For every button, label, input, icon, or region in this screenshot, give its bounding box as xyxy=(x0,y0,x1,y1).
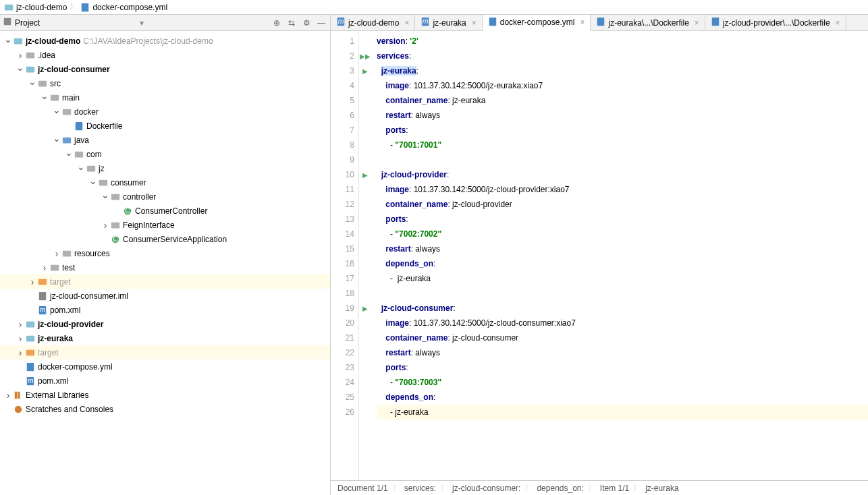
file-icon xyxy=(711,17,720,28)
editor-tab[interactable]: jz-euraka\...\Dockerfile× xyxy=(591,15,705,30)
close-icon[interactable]: × xyxy=(833,18,840,28)
package-icon xyxy=(73,150,85,159)
chevron-right-icon: 〉 xyxy=(70,1,78,13)
status-p4[interactable]: Item 1/1 xyxy=(600,484,629,493)
tree-src[interactable]: src xyxy=(0,76,330,90)
tree-iml[interactable]: jz-cloud-consumer.iml xyxy=(0,289,330,303)
source-folder-icon xyxy=(61,136,73,145)
maven-file-icon: m xyxy=(24,376,36,386)
iml-file-icon xyxy=(36,291,49,301)
svg-text:m: m xyxy=(423,17,429,25)
svg-rect-5 xyxy=(26,66,34,72)
tree-pom-root[interactable]: mpom.xml xyxy=(0,374,330,388)
tree-consumer-pkg[interactable]: consumer xyxy=(0,175,330,190)
tree-main[interactable]: main xyxy=(0,90,330,105)
package-icon xyxy=(97,178,109,187)
tree-euraka[interactable]: jz-euraka xyxy=(0,331,330,345)
svg-rect-40 xyxy=(597,18,605,26)
expand-icon[interactable]: ⇆ xyxy=(286,17,298,29)
dropdown-icon[interactable]: ▾ xyxy=(140,18,144,28)
hide-icon[interactable]: — xyxy=(315,17,327,29)
close-icon[interactable]: × xyxy=(692,18,699,28)
tree-scratches[interactable]: Scratches and Consoles xyxy=(0,402,330,416)
svg-rect-17 xyxy=(111,222,119,228)
status-doc: Document 1/1 xyxy=(337,484,388,493)
tree-idea[interactable]: .idea xyxy=(0,48,330,62)
tree-controller[interactable]: controller xyxy=(0,190,330,204)
svg-rect-10 xyxy=(63,137,71,143)
tree-consumer-controller[interactable]: CConsumerController xyxy=(0,204,330,218)
tree-pom-mod[interactable]: mpom.xml xyxy=(0,303,330,317)
folder-icon xyxy=(24,51,36,60)
gear-icon[interactable]: ⚙ xyxy=(300,17,313,29)
line-gutter: 1234567891011121314151617181920212223242… xyxy=(331,31,359,480)
project-tree[interactable]: jz-cloud-demoC:\JAVA\IdeaProjects\jz-clo… xyxy=(0,31,330,495)
code-editor[interactable]: 1234567891011121314151617181920212223242… xyxy=(331,31,868,480)
breadcrumb: jz-cloud-demo 〉 docker-compose.yml xyxy=(0,0,868,15)
tree-feign[interactable]: FeignInterface xyxy=(0,218,330,232)
tree-target-root[interactable]: target xyxy=(0,345,330,359)
class-icon: C xyxy=(121,206,134,216)
package-icon xyxy=(109,192,121,202)
status-p3[interactable]: depends_on: xyxy=(537,484,583,493)
module-icon xyxy=(24,320,36,329)
status-p2[interactable]: jz-cloud-consumer: xyxy=(452,484,520,493)
tree-jz[interactable]: jz xyxy=(0,161,330,175)
run-icon[interactable]: ▶ xyxy=(362,67,368,75)
tree-dockerfile[interactable]: Dockerfile xyxy=(0,119,330,133)
breadcrumb-file[interactable]: docker-compose.yml xyxy=(92,3,167,12)
tree-compose[interactable]: docker-compose.yml xyxy=(0,359,330,374)
tree-provider[interactable]: jz-cloud-provider xyxy=(0,317,330,331)
svg-rect-28 xyxy=(26,349,34,355)
svg-text:m: m xyxy=(28,376,34,384)
breadcrumb-root[interactable]: jz-cloud-demo xyxy=(16,3,67,12)
scratch-icon xyxy=(12,405,24,414)
svg-rect-20 xyxy=(63,250,71,256)
tree-docker[interactable]: docker xyxy=(0,105,330,119)
excluded-folder-icon xyxy=(36,277,49,287)
close-icon[interactable]: × xyxy=(402,18,409,28)
run-icon[interactable]: ▶ xyxy=(362,171,368,179)
maven-file-icon: m xyxy=(36,305,49,315)
folder-icon xyxy=(61,107,73,117)
yml-file-icon xyxy=(24,362,36,372)
editor-tab[interactable]: mjz-euraka× xyxy=(415,15,482,30)
module-icon xyxy=(24,65,36,74)
tree-target-mod[interactable]: target xyxy=(0,274,330,289)
svg-rect-33 xyxy=(18,391,20,399)
tree-test[interactable]: test xyxy=(0,260,330,274)
editor-tab[interactable]: docker-compose.yml× xyxy=(483,15,591,31)
tree-resources[interactable]: resources xyxy=(0,246,330,260)
svg-rect-41 xyxy=(712,18,720,26)
tree-ext-libs[interactable]: External Libraries xyxy=(0,388,330,402)
run-gutter[interactable]: ▶▶▶▶▶ xyxy=(359,31,371,480)
svg-rect-7 xyxy=(51,94,59,100)
tab-label: docker-compose.yml xyxy=(500,18,575,27)
file-icon: m xyxy=(336,17,346,28)
run-icon[interactable]: ▶ xyxy=(362,305,368,312)
project-panel: Project ▾ ⊕ ⇆ ⚙ — jz-cloud-demoC:\JAVA\I… xyxy=(0,15,331,495)
close-icon[interactable]: × xyxy=(469,18,477,28)
run-icon[interactable]: ▶▶ xyxy=(360,53,371,60)
close-icon[interactable]: × xyxy=(577,18,585,27)
svg-rect-1 xyxy=(82,3,89,11)
status-p1[interactable]: services: xyxy=(404,484,436,493)
editor-tab[interactable]: mjz-cloud-demo× xyxy=(331,15,415,30)
tree-consumer-app[interactable]: CConsumerServiceApplication xyxy=(0,232,330,246)
tree-consumer[interactable]: jz-cloud-consumer xyxy=(0,62,330,76)
status-p5[interactable]: jz-euraka xyxy=(645,484,678,493)
svg-rect-6 xyxy=(38,80,47,86)
editor-tab[interactable]: jz-cloud-provider\...\Dockerfile× xyxy=(705,15,846,30)
folder-icon xyxy=(36,79,49,88)
tree-java[interactable]: java xyxy=(0,133,330,147)
library-icon xyxy=(12,390,24,400)
project-label[interactable]: Project xyxy=(15,18,137,28)
tree-com[interactable]: com xyxy=(0,147,330,161)
svg-text:m: m xyxy=(40,305,46,314)
tree-root[interactable]: jz-cloud-demoC:\JAVA\IdeaProjects\jz-clo… xyxy=(0,34,330,48)
target-icon[interactable]: ⊕ xyxy=(271,17,283,29)
project-view-icon[interactable] xyxy=(3,17,12,28)
svg-rect-8 xyxy=(63,109,71,115)
module-icon xyxy=(24,334,36,343)
svg-rect-12 xyxy=(87,165,95,171)
